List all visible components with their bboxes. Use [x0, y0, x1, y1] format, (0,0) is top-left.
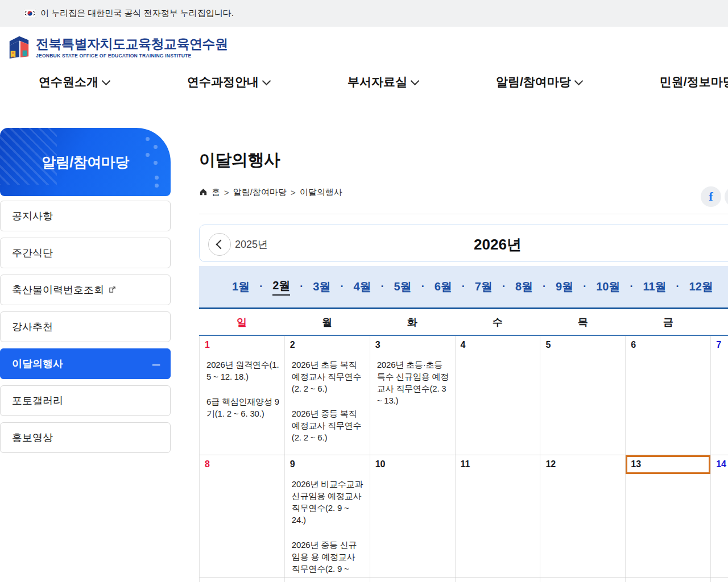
- event-item[interactable]: 2026년 중등 복직 예정교사 직무연수(2. 2 ~ 6.): [292, 408, 365, 443]
- date-box: 1: [200, 336, 284, 354]
- calendar-cell-day-12[interactable]: 12: [540, 455, 626, 577]
- calendar-cell-day-5[interactable]: 5: [540, 336, 626, 455]
- calendar-cell-day-14[interactable]: 14: [711, 455, 728, 577]
- share-button-partial[interactable]: [725, 186, 728, 207]
- nav-item-notice-participation[interactable]: 알림/참여마당: [496, 74, 582, 90]
- sidebar-item-label: 포토갤러리: [12, 394, 63, 408]
- date-number[interactable]: 1: [205, 340, 210, 350]
- nav-item-courses[interactable]: 연수과정안내: [187, 74, 270, 90]
- calendar-cell-empty: [711, 577, 728, 582]
- facebook-icon: f: [709, 189, 713, 204]
- calendar-cell-day-9[interactable]: 92026년 비교수교과 신규임용 예정교사 직무연수(2. 9 ~ 24.)2…: [285, 455, 370, 577]
- event-item[interactable]: 2026년 비교수교과 신규임용 예정교사 직무연수(2. 9 ~ 24.): [292, 478, 365, 526]
- month-tab-11[interactable]: 11월: [643, 279, 666, 294]
- sidebar-item-monthly-events[interactable]: 이달의행사–: [0, 348, 171, 379]
- date-number[interactable]: 14: [716, 459, 726, 469]
- calendar-cell-day-8[interactable]: 8: [200, 455, 285, 577]
- date-number[interactable]: 10: [375, 459, 386, 469]
- sidebar-item-label: 공지사항: [12, 209, 53, 223]
- date-box: 3: [370, 336, 455, 354]
- date-number[interactable]: 8: [205, 459, 210, 469]
- nav-item-about[interactable]: 연수원소개: [39, 74, 109, 90]
- month-tab-4[interactable]: 4월: [353, 279, 371, 294]
- month-separator-dot: ·: [259, 281, 263, 293]
- month-tab-5[interactable]: 5월: [394, 279, 412, 294]
- nav-item-label: 민원/정보마당: [660, 74, 728, 90]
- month-tab-12[interactable]: 12월: [689, 279, 713, 294]
- month-tab-3[interactable]: 3월: [313, 279, 330, 294]
- main-nav: 연수원소개연수과정안내부서자료실알림/참여마당민원/정보마당: [39, 74, 728, 90]
- month-separator-dot: ·: [381, 281, 384, 293]
- month-separator-dot: ·: [583, 281, 586, 293]
- date-number[interactable]: 6: [631, 340, 636, 350]
- decor-dot: [154, 145, 158, 149]
- date-box: 13: [626, 455, 710, 473]
- nav-item-dept-library[interactable]: 부서자료실: [348, 74, 418, 90]
- calendar-cell-day-2[interactable]: 22026년 초등 복직 예정교사 직무연수(2. 2 ~ 6.)2026년 중…: [285, 336, 370, 455]
- breadcrumb-home[interactable]: 홈: [212, 187, 220, 198]
- breadcrumb-separator: >: [291, 188, 296, 197]
- date-number[interactable]: 2: [290, 340, 295, 350]
- month-tab-1[interactable]: 1월: [232, 279, 250, 294]
- sidebar-item-notice[interactable]: 공지사항: [0, 201, 171, 231]
- sidebar-item-photo-gallery[interactable]: 포토갤러리: [0, 385, 171, 416]
- calendar-cell-day-11[interactable]: 11: [456, 455, 541, 577]
- nav-item-civil-info[interactable]: 민원/정보마당: [660, 74, 728, 90]
- sidebar-item-weekly-menu[interactable]: 주간식단: [0, 238, 171, 268]
- date-box: 10: [370, 455, 455, 473]
- decor-dot: [154, 161, 158, 165]
- logo-text: 전북특별자치도교육청교육연수원 JEONBUK STATE OFFICE OF …: [36, 37, 228, 58]
- month-tab-6[interactable]: 6월: [435, 279, 452, 294]
- content-divider: [199, 214, 728, 214]
- date-number[interactable]: 3: [375, 340, 380, 350]
- event-item[interactable]: 2026년 중등 신규임용 용 예정교사 직무연수(2. 9 ~ 24.): [292, 539, 365, 582]
- calendar-cell-day-3[interactable]: 32026년 초등·초등특수 신규임용 예정교사 직무연수(2. 3 ~ 13.…: [370, 336, 456, 455]
- calendar-cell-empty: [456, 577, 541, 582]
- sidebar-item-promo-video[interactable]: 홍보영상: [0, 422, 171, 453]
- calendar-week-row: 12026년 원격연수(1. 5 ~ 12. 18.)6급 핵심인재양성 9기(…: [199, 336, 728, 455]
- date-number[interactable]: 5: [545, 340, 551, 350]
- month-tab-10[interactable]: 10월: [596, 279, 620, 294]
- date-number[interactable]: 13: [631, 459, 641, 469]
- month-separator-dot: ·: [543, 281, 546, 293]
- calendar-grid: 12026년 원격연수(1. 5 ~ 12. 18.)6급 핵심인재양성 9기(…: [199, 336, 728, 582]
- month-tab-2[interactable]: 2월: [272, 278, 290, 296]
- month-tab-7[interactable]: 7월: [475, 279, 493, 294]
- sidebar: 알림/참여마당 공지사항주간식단축산물이력번호조회강사추천이달의행사–포토갤러리…: [0, 128, 171, 453]
- chevron-down-icon: [262, 76, 271, 85]
- event-item[interactable]: 6급 핵심인재양성 9기(1. 2 ~ 6. 30.): [206, 396, 280, 419]
- date-number[interactable]: 12: [545, 459, 556, 469]
- event-item[interactable]: 2026년 원격연수(1. 5 ~ 12. 18.): [206, 359, 280, 383]
- calendar-cell-day-13[interactable]: 13: [626, 455, 711, 577]
- calendar-cell-day-6[interactable]: 6: [626, 336, 711, 455]
- weekday-label: 토: [711, 315, 728, 329]
- month-separator-dot: ·: [676, 281, 680, 293]
- sidebar-menu: 공지사항주간식단축산물이력번호조회강사추천이달의행사–포토갤러리홍보영상: [0, 201, 171, 453]
- decor-dot: [146, 137, 150, 141]
- calendar-cell-day-10[interactable]: 10: [370, 455, 456, 577]
- breadcrumb: 홈 > 알림/참여마당 > 이달의행사: [199, 187, 342, 198]
- sidebar-item-livestock-trace[interactable]: 축산물이력번호조회: [0, 275, 171, 305]
- breadcrumb-section[interactable]: 알림/참여마당: [233, 187, 287, 198]
- facebook-share-button[interactable]: f: [701, 186, 721, 207]
- calendar-cell-day-7[interactable]: 7: [711, 336, 728, 455]
- date-number[interactable]: 11: [461, 459, 470, 469]
- weekday-label: 목: [540, 315, 626, 329]
- event-item[interactable]: 2026년 초등·초등특수 신규임용 예정교사 직무연수(2. 3 ~ 13.): [377, 359, 450, 406]
- calendar-cell-day-4[interactable]: 4: [456, 336, 541, 455]
- nav-item-label: 연수원소개: [39, 74, 98, 90]
- month-tab-9[interactable]: 9월: [556, 279, 573, 294]
- sidebar-item-label: 이달의행사: [12, 357, 63, 371]
- month-tab-8[interactable]: 8월: [515, 279, 533, 294]
- korea-flag-icon: [24, 9, 36, 18]
- month-separator-dot: ·: [300, 281, 303, 293]
- event-item[interactable]: 2026년 초등 복직 예정교사 직무연수(2. 2 ~ 6.): [292, 359, 365, 394]
- month-separator-dot: ·: [340, 281, 344, 293]
- sidebar-item-instructor-recommend[interactable]: 강사추천: [0, 311, 171, 342]
- weekday-label: 일: [199, 315, 284, 329]
- date-number[interactable]: 7: [716, 340, 721, 350]
- date-number[interactable]: 9: [290, 459, 295, 469]
- calendar-cell-day-1[interactable]: 12026년 원격연수(1. 5 ~ 12. 18.)6급 핵심인재양성 9기(…: [200, 336, 285, 455]
- date-number[interactable]: 4: [461, 340, 466, 350]
- site-logo[interactable]: 전북특별자치도교육청교육연수원 JEONBUK STATE OFFICE OF …: [7, 34, 228, 61]
